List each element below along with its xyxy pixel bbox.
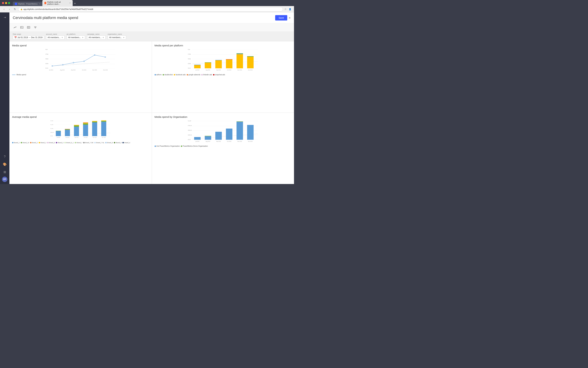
svg-rect-73	[56, 131, 61, 136]
grid-icon[interactable]: ⊞	[2, 169, 7, 175]
table-icon[interactable]	[26, 25, 31, 30]
media-spend-by-org-legend: 2nd PowerMetrics Organisation PowerMetri…	[155, 145, 292, 147]
svg-text:Dec 2019: Dec 2019	[248, 69, 252, 71]
svg-text:Nov 2019: Nov 2019	[93, 137, 96, 138]
average-media-spend-title: Average media spend	[12, 115, 149, 118]
reload-button[interactable]: ↻	[13, 7, 17, 11]
panel-header: Cervinodata multi platform media spend S…	[9, 12, 294, 23]
svg-rect-77	[65, 129, 70, 129]
help-icon[interactable]: ?	[2, 154, 7, 160]
svg-text:€0.00: €0.00	[188, 68, 190, 69]
avatar[interactable]: EP	[2, 177, 7, 182]
media-spend-by-organisation-chart: €1,000 €750.00 €500.00 €250.00 €0.00	[155, 120, 292, 181]
svg-text:€750k: €750k	[45, 54, 48, 55]
svg-text:€2,000: €2,000	[50, 120, 53, 121]
svg-text:€250.00: €250.00	[188, 134, 192, 136]
svg-rect-49	[226, 60, 232, 68]
svg-rect-112	[226, 129, 232, 140]
sidebar: ⇥ ? 🎨 ⊞ EP	[0, 12, 9, 184]
sidebar-toggle-icon[interactable]: ⇥	[2, 14, 7, 20]
tab-1-label: Klipfolio - PowerMetrics	[18, 3, 38, 5]
image-icon[interactable]	[19, 25, 24, 30]
svg-rect-76	[65, 129, 70, 130]
tabs-bar: Klipfolio - PowerMetrics × Klipfolio mul…	[13, 0, 292, 6]
tab-2-close[interactable]: ×	[69, 2, 71, 4]
svg-rect-54	[247, 57, 254, 68]
svg-rect-52	[237, 54, 243, 54]
svg-rect-114	[237, 121, 243, 122]
svg-text:€0.00: €0.00	[45, 68, 48, 69]
svg-text:Jul 2019: Jul 2019	[57, 137, 60, 138]
close-button[interactable]: ×	[289, 15, 291, 20]
svg-text:Aug 2019: Aug 2019	[206, 141, 210, 142]
svg-rect-51	[237, 54, 243, 68]
filter-icon[interactable]	[33, 25, 38, 30]
address-bar[interactable]: 🔒 app.klipfolio.com/trends/dashboard/c6b…	[18, 7, 283, 11]
incognito-button[interactable]: 👤	[288, 7, 292, 11]
account-name-filter: account_name All members... ▼	[46, 33, 65, 39]
nav-bar: ‹ › ↻ 🔒 app.klipfolio.com/trends/dashboa…	[0, 6, 294, 12]
toolbar	[9, 23, 294, 32]
organisation-name-label: organisation_name	[108, 33, 126, 35]
svg-point-20	[52, 65, 53, 66]
minimize-traffic-light[interactable]	[5, 2, 7, 4]
date-range-select[interactable]: 📅 Jul 01 2019 → Dec 31 2019	[13, 36, 44, 39]
svg-text:Jul 2019: Jul 2019	[195, 69, 199, 71]
svg-text:€500k: €500k	[188, 58, 191, 59]
legend-media-spend: Media spend	[12, 74, 26, 76]
organisation-name-select[interactable]: All members... ▼	[108, 36, 126, 39]
svg-rect-53	[237, 53, 243, 54]
line-chart-icon[interactable]	[13, 25, 18, 30]
legend-powermetrics-demo: PowerMetrics Demo Organisation	[181, 145, 208, 147]
save-button[interactable]: Save	[275, 15, 287, 20]
svg-text:Dec 2019: Dec 2019	[103, 69, 108, 71]
svg-rect-87	[92, 121, 97, 122]
svg-rect-55	[247, 56, 254, 57]
svg-rect-80	[74, 125, 79, 126]
date-range-filter: Date range 📅 Jul 01 2019 → Dec 31 2019	[13, 33, 44, 39]
ad-platform-select[interactable]: All members... ▼	[66, 36, 85, 39]
svg-point-22	[73, 62, 74, 63]
account-name-select[interactable]: All members... ▼	[46, 36, 65, 39]
tab-1[interactable]: Klipfolio - PowerMetrics ×	[13, 2, 42, 6]
media-spend-by-organisation-panel: Media spend by Organisation €1,000 €750.…	[152, 113, 294, 184]
svg-text:Sep 2019: Sep 2019	[216, 69, 221, 71]
media-spend-per-platform-chart: €1M €750k €500k €250k €0.00	[155, 49, 292, 110]
svg-point-23	[84, 61, 85, 62]
organisation-name-filter: organisation_name All members... ▼	[108, 33, 126, 39]
media-spend-title: Media spend	[12, 44, 149, 47]
svg-rect-81	[83, 125, 88, 136]
bookmark-button[interactable]: ☆	[284, 8, 287, 11]
svg-text:Aug 2019: Aug 2019	[206, 69, 210, 71]
svg-text:Jul 2019: Jul 2019	[195, 141, 199, 142]
legend-2nd-powermetrics: 2nd PowerMetrics Organisation	[155, 145, 180, 147]
media-spend-by-organisation-title: Media spend by Organisation	[155, 115, 292, 118]
svg-rect-86	[92, 122, 97, 122]
new-tab-button[interactable]: +	[73, 1, 77, 6]
svg-text:€500k: €500k	[45, 58, 48, 59]
svg-rect-82	[83, 123, 88, 125]
svg-rect-47	[215, 60, 222, 68]
account-name-arrow: ▼	[61, 37, 63, 38]
close-traffic-light[interactable]	[2, 2, 4, 4]
svg-text:Aug 2019: Aug 2019	[60, 69, 65, 71]
svg-rect-43	[194, 65, 201, 68]
charts-grid: Media spend €1M €750k €500k €250k €0.00	[9, 41, 294, 184]
svg-rect-115	[247, 125, 254, 140]
svg-rect-74	[56, 131, 61, 131]
forward-button[interactable]: ›	[7, 7, 11, 11]
svg-rect-109	[205, 136, 211, 140]
panel-actions: Save ×	[275, 15, 291, 20]
media-spend-legend: Media spend	[12, 74, 149, 76]
maximize-traffic-light[interactable]	[8, 2, 10, 4]
campaign-name-select[interactable]: All members... ▼	[87, 36, 106, 39]
svg-text:€750k: €750k	[188, 54, 191, 55]
svg-text:Oct 2019: Oct 2019	[227, 69, 231, 71]
page-title: Cervinodata multi platform media spend	[13, 16, 78, 20]
browser-window: Klipfolio - PowerMetrics × Klipfolio mul…	[0, 0, 294, 184]
tab-2[interactable]: Klipfolio multi ad platform dash... ×	[42, 0, 73, 6]
tab-1-close[interactable]: ×	[39, 3, 40, 5]
back-button[interactable]: ‹	[2, 7, 6, 11]
palette-icon[interactable]: 🎨	[1, 161, 8, 167]
organisation-name-arrow: ▼	[123, 37, 125, 38]
